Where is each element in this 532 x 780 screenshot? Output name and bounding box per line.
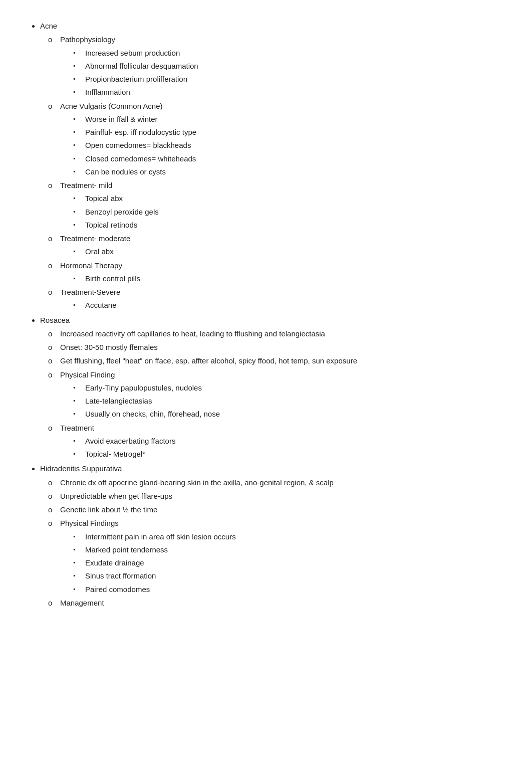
- level2-item-1-1: Onset: 30-50 mostly ffemales: [60, 341, 507, 353]
- level2-label-1-2: Get fflushing, ffeel "heat" on fface, es…: [60, 356, 357, 365]
- level1-item-0: AcnePathophysiologyIncreased sebum produ…: [40, 20, 507, 311]
- level3-item-0-2-2: Topical retinods: [85, 219, 507, 231]
- level1-item-2: Hidradenitis SuppurativaChronic dx off a…: [40, 463, 507, 609]
- level2-item-0-3: Treatment- moderateOral abx: [60, 233, 507, 258]
- level2-item-0-1: Acne Vulgaris (Common Acne)Worse in ffal…: [60, 100, 507, 178]
- level2-item-1-0: Increased reactivity off capillaries to …: [60, 328, 507, 339]
- level2-label-1-0: Increased reactivity off capillaries to …: [60, 329, 325, 338]
- level2-item-2-2: Genetic link about ½ the time: [60, 504, 507, 515]
- level2-label-1-3: Physical Finding: [60, 370, 115, 379]
- level3-item-0-1-2: Open comedomes= blackheads: [85, 139, 507, 151]
- level3-item-0-3-0: Oral abx: [85, 246, 507, 257]
- level2-item-1-4: TreatmentAvoid exacerbating ffactorsTopi…: [60, 422, 507, 460]
- level2-item-1-2: Get fflushing, ffeel "heat" on fface, es…: [60, 355, 507, 366]
- level2-item-1-3: Physical FindingEarly-Tiny papulopustule…: [60, 369, 507, 420]
- level2-item-2-1: Unpredictable when get fflare-ups: [60, 490, 507, 502]
- level3-item-0-1-0: Worse in ffall & winter: [85, 113, 507, 125]
- level3-item-0-1-1: Painfful- esp. iff nodulocystic type: [85, 126, 507, 138]
- main-outline: AcnePathophysiologyIncreased sebum produ…: [25, 20, 507, 609]
- level2-item-0-2: Treatment- mildTopical abxBenzoyl peroxi…: [60, 179, 507, 231]
- level3-item-2-3-1: Marked point tenderness: [85, 544, 507, 555]
- level3-item-0-1-3: Closed comedomes= whiteheads: [85, 153, 507, 164]
- level3-item-2-3-3: Sinus tract fformation: [85, 570, 507, 581]
- level2-item-0-0: PathophysiologyIncreased sebum productio…: [60, 34, 507, 98]
- level3-item-0-0-3: Infflammation: [85, 86, 507, 98]
- level2-label-2-0: Chronic dx off apocrine gland-bearing sk…: [60, 478, 334, 487]
- level2-label-0-2: Treatment- mild: [60, 181, 112, 189]
- level3-item-1-3-2: Usually on checks, chin, fforehead, nose: [85, 408, 507, 420]
- level3-item-2-3-2: Exudate drainage: [85, 557, 507, 568]
- level2-label-2-4: Management: [60, 599, 104, 607]
- level2-list-2: Chronic dx off apocrine gland-bearing sk…: [40, 477, 507, 609]
- level1-label-1: Rosacea: [40, 316, 70, 324]
- level3-item-2-3-0: Intermittent pain in area off skin lesio…: [85, 531, 507, 542]
- level2-item-0-5: Treatment-SevereAccutane: [60, 286, 507, 311]
- level2-item-0-4: Hormonal TherapyBirth control pills: [60, 260, 507, 285]
- level3-item-0-0-0: Increased sebum production: [85, 47, 507, 59]
- level2-item-2-4: Management: [60, 597, 507, 609]
- level2-list-0: PathophysiologyIncreased sebum productio…: [40, 34, 507, 311]
- level3-item-0-5-0: Accutane: [85, 299, 507, 311]
- level1-label-2: Hidradenitis Suppurativa: [40, 464, 122, 473]
- level2-label-2-1: Unpredictable when get fflare-ups: [60, 492, 172, 500]
- level3-item-0-2-1: Benzoyl peroxide gels: [85, 206, 507, 218]
- level3-item-1-4-1: Topical- Metrogel*: [85, 448, 507, 460]
- level3-item-1-3-0: Early-Tiny papulopustules, nudoles: [85, 382, 507, 394]
- level3-item-0-1-4: Can be nodules or cysts: [85, 166, 507, 177]
- level2-label-2-2: Genetic link about ½ the time: [60, 505, 157, 514]
- level2-label-0-0: Pathophysiology: [60, 35, 115, 44]
- level2-list-1: Increased reactivity off capillaries to …: [40, 328, 507, 460]
- level3-list-1-4: Avoid exacerbating ffactorsTopical- Metr…: [60, 435, 507, 460]
- level3-item-0-0-1: Abnormal ffollicular desquamation: [85, 60, 507, 72]
- level2-label-0-5: Treatment-Severe: [60, 288, 120, 296]
- level2-label-2-3: Physical Findings: [60, 519, 119, 527]
- level3-list-1-3: Early-Tiny papulopustules, nudolesLate-t…: [60, 382, 507, 420]
- level2-label-1-1: Onset: 30-50 mostly ffemales: [60, 343, 158, 351]
- level2-item-2-3: Physical FindingsIntermittent pain in ar…: [60, 517, 507, 595]
- level3-list-0-4: Birth control pills: [60, 273, 507, 284]
- level3-item-1-4-0: Avoid exacerbating ffactors: [85, 435, 507, 447]
- level2-label-0-4: Hormonal Therapy: [60, 261, 122, 270]
- level3-list-2-3: Intermittent pain in area off skin lesio…: [60, 531, 507, 595]
- level2-item-2-0: Chronic dx off apocrine gland-bearing sk…: [60, 477, 507, 488]
- level3-item-2-3-4: Paired comodomes: [85, 583, 507, 595]
- level2-label-0-3: Treatment- moderate: [60, 234, 130, 243]
- level3-list-0-0: Increased sebum productionAbnormal ffoll…: [60, 47, 507, 98]
- level3-item-0-2-0: Topical abx: [85, 192, 507, 204]
- level2-label-0-1: Acne Vulgaris (Common Acne): [60, 102, 163, 110]
- level3-item-0-4-0: Birth control pills: [85, 273, 507, 284]
- level3-list-0-3: Oral abx: [60, 246, 507, 257]
- level3-item-0-0-2: Propionbacterium prolifferation: [85, 73, 507, 85]
- level1-label-0: Acne: [40, 22, 57, 30]
- level3-item-1-3-1: Late-telangiectasias: [85, 395, 507, 407]
- level2-label-1-4: Treatment: [60, 424, 94, 432]
- level1-item-1: RosaceaIncreased reactivity off capillar…: [40, 314, 507, 460]
- level3-list-0-1: Worse in ffall & winterPainfful- esp. if…: [60, 113, 507, 177]
- level3-list-0-5: Accutane: [60, 299, 507, 311]
- level3-list-0-2: Topical abxBenzoyl peroxide gelsTopical …: [60, 192, 507, 231]
